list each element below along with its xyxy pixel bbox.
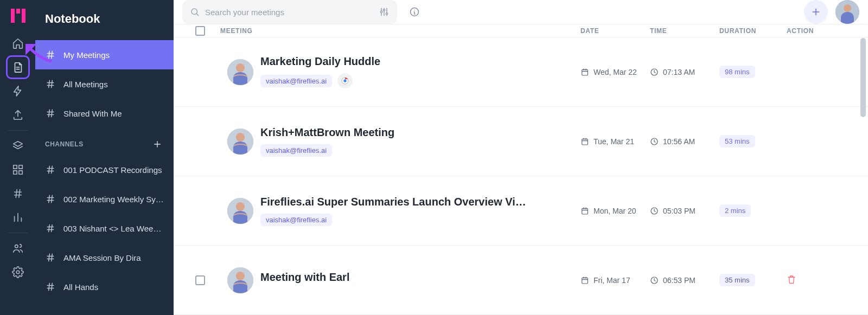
search-icon [190,7,200,17]
sidebar-item-label: My Meetings [63,50,110,60]
channel-icon[interactable] [6,182,30,205]
meeting-title: Fireflies.ai Super Summaries Launch Over… [260,196,532,208]
svg-rect-0 [13,165,16,169]
svg-point-12 [844,4,851,12]
calendar-icon [580,137,589,146]
svg-rect-2 [13,171,16,174]
top-bar [174,0,868,24]
user-avatar[interactable] [835,0,859,24]
col-action: ACTION [787,27,846,35]
clock-icon [650,137,659,146]
meeting-time: 07:13 AM [650,68,719,76]
channel-item[interactable]: 001 PODCAST Recordings [35,155,174,184]
meeting-date: Wed, Mar 22 [580,68,650,76]
organizer-email-chip: vaishak@fireflies.ai [260,75,332,87]
meeting-duration: 2 mins [719,204,787,217]
page-title: Notebook [35,12,174,34]
clock-icon [650,207,659,215]
svg-rect-23 [582,139,588,145]
sidebar: Notebook My Meetings All Meetings Shared… [35,0,174,315]
svg-rect-3 [18,171,22,174]
channel-item[interactable]: AMA Session By Dira [35,243,174,272]
contacts-icon[interactable] [6,236,30,260]
svg-point-20 [236,133,245,142]
col-duration: DURATION [719,27,787,35]
organizer-avatar [227,128,253,155]
svg-rect-29 [582,208,588,214]
app-logo [10,8,26,24]
organizer-email-chip: vaishak@fireflies.ai [260,214,332,226]
meeting-time: 10:56 AM [650,137,719,146]
row-checkbox[interactable] [195,275,205,285]
table-header: MEETING DATE TIME DURATION ACTION [174,24,868,37]
svg-point-5 [16,271,20,274]
svg-point-8 [383,9,385,11]
callout-arrow-icon [25,44,53,66]
upload-icon[interactable] [6,103,30,127]
meeting-time: 06:53 PM [650,276,719,285]
channel-item[interactable]: 002 Marketing Weekly Sy… [35,184,174,214]
delete-button[interactable] [787,277,796,286]
meeting-title: Meeting with Earl [260,271,532,284]
channel-label: 002 Marketing Weekly Sy… [63,195,164,204]
meeting-date: Mon, Mar 20 [580,207,650,215]
layers-icon[interactable] [6,134,30,158]
svg-point-9 [386,13,387,15]
filter-icon[interactable] [379,7,390,17]
organizer-avatar [227,267,253,293]
sidebar-item-shared[interactable]: Shared With Me [35,99,174,128]
channel-label: 003 Nishant <> Lea Week… [63,224,164,233]
channel-label: 001 PODCAST Recordings [63,165,162,175]
svg-point-7 [380,11,382,12]
meeting-duration: 98 mins [719,66,787,78]
sidebar-nav: My Meetings All Meetings Shared With Me [35,40,174,128]
info-icon[interactable] [405,2,424,22]
meeting-duration: 35 mins [719,274,787,286]
settings-icon[interactable] [6,260,30,284]
calendar-icon [580,207,589,215]
meeting-duration: 53 mins [719,135,787,147]
channel-item[interactable]: 003 Nishant <> Lea Week… [35,214,174,243]
table-row[interactable]: Krish+MattBrown Meeting vaishak@fireflie… [174,107,868,176]
meeting-time: 05:03 PM [650,207,719,215]
channels-list: 001 PODCAST Recordings 002 Marketing Wee… [35,155,174,301]
organizer-email-chip: vaishak@fireflies.ai [260,144,332,157]
main-content: MEETING DATE TIME DURATION ACTION Market… [174,0,868,315]
rail-separator-2 [8,233,28,233]
sidebar-item-label: Shared With Me [63,109,122,118]
table-row[interactable]: Meeting with Earl Fri, Mar 17 06:53 PM 3… [174,246,868,315]
sidebar-item-all-meetings[interactable]: All Meetings [35,69,174,99]
ai-icon[interactable] [6,79,30,103]
select-all-checkbox[interactable] [195,26,205,36]
sidebar-item-label: All Meetings [63,80,108,89]
apps-icon[interactable] [6,158,30,182]
clock-icon [650,276,659,285]
sidebar-item-my-meetings[interactable]: My Meetings [35,40,174,69]
svg-rect-17 [582,69,588,75]
svg-point-32 [236,272,245,280]
col-time: TIME [650,27,719,35]
table-body: Marketing Daily Huddle vaishak@fireflies… [174,37,868,315]
svg-point-14 [236,63,245,72]
channel-label: AMA Session By Dira [63,253,141,262]
search-box[interactable] [182,0,397,24]
table-row[interactable]: Marketing Daily Huddle vaishak@fireflies… [174,37,868,107]
calendar-icon [580,276,589,285]
analytics-icon[interactable] [6,205,30,229]
meeting-title: Marketing Daily Huddle [260,55,532,68]
table-row[interactable]: Fireflies.ai Super Summaries Launch Over… [174,176,868,246]
add-meeting-button[interactable] [804,0,828,24]
add-channel-button[interactable] [151,138,164,151]
source-icon [337,73,353,88]
search-input[interactable] [205,8,373,17]
scrollbar-thumb[interactable] [860,38,866,117]
col-meeting: MEETING [220,27,580,35]
channel-item[interactable]: All Hands [35,272,174,301]
scrollbar[interactable] [860,38,866,311]
svg-point-6 [192,9,197,15]
meeting-date: Fri, Mar 17 [580,276,650,285]
clock-icon [650,68,659,76]
row-actions [787,274,846,286]
channels-header: CHANNELS [35,128,174,155]
svg-rect-35 [582,278,588,284]
